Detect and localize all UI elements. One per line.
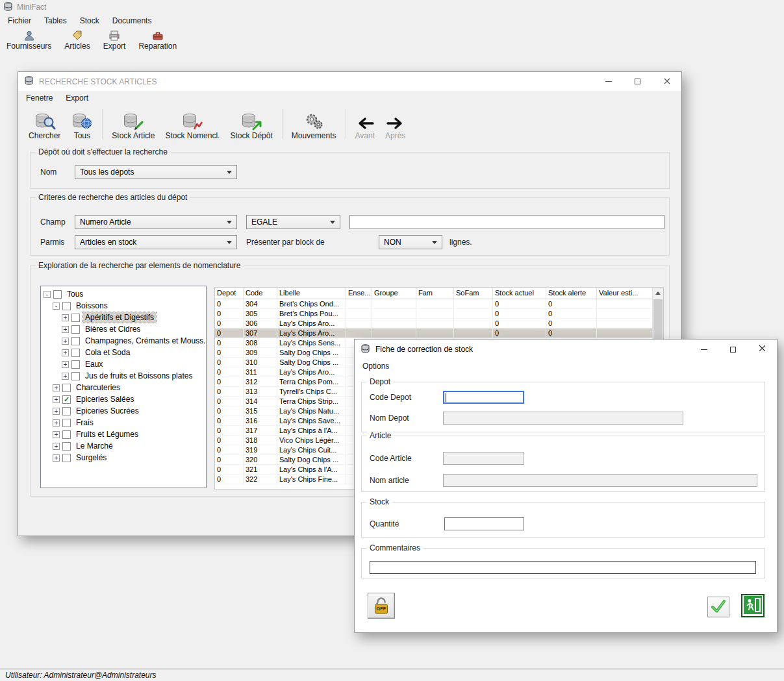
tree-item[interactable]: +Fruits et Légumes <box>41 428 206 440</box>
chercher-button[interactable]: Chercher <box>23 106 66 142</box>
expand-icon[interactable]: + <box>62 361 69 368</box>
expand-icon[interactable]: + <box>53 443 60 450</box>
tree-checkbox[interactable] <box>71 325 80 334</box>
tree-item[interactable]: +Bières et Cidres <box>41 323 206 335</box>
depot-select[interactable]: Tous les dépots <box>75 165 237 179</box>
parmis-select[interactable]: Articles en stock <box>75 235 237 249</box>
stock-depot-button[interactable]: Stock Dépôt <box>225 106 277 142</box>
expand-icon[interactable]: + <box>62 349 69 356</box>
tree-item[interactable]: +Cola et Soda <box>41 347 206 358</box>
tree-item-label[interactable]: Tous <box>65 289 85 299</box>
tree-checkbox[interactable] <box>71 360 80 369</box>
reparation-button[interactable]: Reparation <box>136 29 179 51</box>
tree-item[interactable]: +Surgelés <box>41 452 206 464</box>
tree-item[interactable]: +Epiceries Sucrées <box>41 405 206 417</box>
expand-icon[interactable]: + <box>53 396 60 403</box>
minimize-button[interactable] <box>594 72 623 91</box>
chevron-down-icon[interactable] <box>227 241 232 244</box>
column-header[interactable]: Stock alerte <box>546 288 597 299</box>
tree-item-label[interactable]: Epiceries Sucrées <box>74 406 141 416</box>
tree-checkbox[interactable] <box>62 407 71 415</box>
expand-icon[interactable]: + <box>53 454 60 462</box>
column-header[interactable]: Ense... <box>346 288 372 299</box>
tree-checkbox[interactable] <box>71 337 80 345</box>
tree-checkbox[interactable] <box>71 314 80 322</box>
tree-item-label[interactable]: Boissons <box>74 301 110 311</box>
table-row[interactable]: 0307Lay's Chips Aro...00 <box>215 328 663 338</box>
maximize-button[interactable] <box>623 72 652 91</box>
dialog-maximize-button[interactable] <box>718 340 748 359</box>
champ-select[interactable]: Numero Article <box>75 215 237 229</box>
scroll-up-button[interactable] <box>653 288 663 299</box>
tree-item[interactable]: -Boissons <box>41 300 206 312</box>
articles-button[interactable]: Articles <box>62 29 92 51</box>
tree-checkbox[interactable] <box>62 302 71 310</box>
chevron-down-icon[interactable] <box>227 221 232 224</box>
tree-checkbox[interactable] <box>62 454 71 462</box>
code-depot-input[interactable] <box>443 391 524 404</box>
expand-icon[interactable]: + <box>53 419 60 427</box>
menu-documents[interactable]: Documents <box>106 15 158 27</box>
tree-item[interactable]: +Frais <box>41 417 206 428</box>
tree-item-label[interactable]: Apéritifs et Digestifs <box>83 312 156 323</box>
stock-article-button[interactable]: Stock Article <box>107 106 160 142</box>
stock-nomencl-button[interactable]: Stock Nomencl. <box>160 106 225 142</box>
commentaires-input[interactable] <box>370 561 756 574</box>
tree-checkbox[interactable] <box>62 442 71 451</box>
tree-item-label[interactable]: Epiceries Salées <box>74 394 136 404</box>
chevron-down-icon[interactable] <box>432 241 437 244</box>
nomenclature-tree[interactable]: -Tous-Boissons+Apéritifs et Digestifs+Bi… <box>40 286 207 488</box>
column-header[interactable]: Depot <box>215 288 244 299</box>
expand-icon[interactable]: + <box>62 326 69 333</box>
menu-tables[interactable]: Tables <box>38 15 73 27</box>
fournisseurs-button[interactable]: Fournisseurs <box>4 29 54 51</box>
column-header[interactable]: Code <box>244 288 277 299</box>
tree-item-label[interactable]: Cola et Soda <box>83 347 132 358</box>
column-header[interactable]: Stock actuel <box>493 288 546 299</box>
tree-item-label[interactable]: Surgelés <box>74 452 108 463</box>
operator-select[interactable]: EGALE <box>246 215 340 229</box>
tree-item[interactable]: +✓Epiceries Salées <box>41 393 206 405</box>
main-titlebar[interactable]: MiniFact <box>0 0 784 14</box>
tree-item[interactable]: +Champagnes, Crémants et Mouss... <box>41 335 206 347</box>
tree-checkbox[interactable] <box>71 349 80 357</box>
column-header[interactable]: SoFam <box>454 288 493 299</box>
search-window-titlebar[interactable]: RECHERCHE STOCK ARTICLES <box>18 72 681 91</box>
tree-item[interactable]: +Eaux <box>41 358 206 370</box>
expand-icon[interactable]: + <box>53 384 60 391</box>
menu-fenetre[interactable]: Fenetre <box>19 92 59 104</box>
column-header[interactable]: Fam <box>416 288 454 299</box>
table-row[interactable]: 0304Bret's Chips Ond...00 <box>215 299 663 309</box>
chevron-down-icon[interactable] <box>330 221 335 224</box>
tree-item[interactable]: +Jus de fruits et Boissons plates <box>41 370 206 382</box>
column-header[interactable]: Groupe <box>372 288 416 299</box>
expand-icon[interactable]: + <box>62 338 69 345</box>
block-select[interactable]: NON <box>379 235 442 249</box>
tree-item[interactable]: -Tous <box>41 288 206 300</box>
expand-icon[interactable]: + <box>62 314 69 321</box>
tree-item-label[interactable]: Champagnes, Crémants et Mouss... <box>83 336 207 346</box>
column-header[interactable]: Valeur esti... <box>597 288 653 299</box>
dialog-close-button[interactable] <box>748 340 777 359</box>
expand-icon[interactable]: + <box>53 408 60 415</box>
menu-stock[interactable]: Stock <box>73 15 106 27</box>
lock-button[interactable]: OFF <box>368 593 395 619</box>
validate-button[interactable] <box>707 597 729 617</box>
search-value-input[interactable] <box>349 215 664 229</box>
tree-item[interactable]: +Le Marché <box>41 440 206 452</box>
tree-checkbox[interactable] <box>71 372 80 380</box>
exit-button[interactable] <box>741 594 765 617</box>
correction-dialog-titlebar[interactable]: Fiche de correction de stock <box>355 340 777 359</box>
expand-icon[interactable]: + <box>62 373 69 380</box>
menu-export[interactable]: Export <box>59 92 95 104</box>
table-row[interactable]: 0305Bret's Chips Pou...00 <box>215 309 663 319</box>
close-button[interactable] <box>652 72 681 91</box>
table-row[interactable]: 0306Lay's Chips Aro...00 <box>215 319 663 328</box>
tree-checkbox[interactable] <box>53 290 62 299</box>
menu-fichier[interactable]: Fichier <box>1 15 38 27</box>
apres-button[interactable]: Après <box>380 106 411 142</box>
quantite-input[interactable] <box>444 517 524 530</box>
tous-button[interactable]: Tous <box>66 106 98 142</box>
chevron-down-icon[interactable] <box>227 171 232 174</box>
tree-item-label[interactable]: Bières et Cidres <box>83 324 142 334</box>
